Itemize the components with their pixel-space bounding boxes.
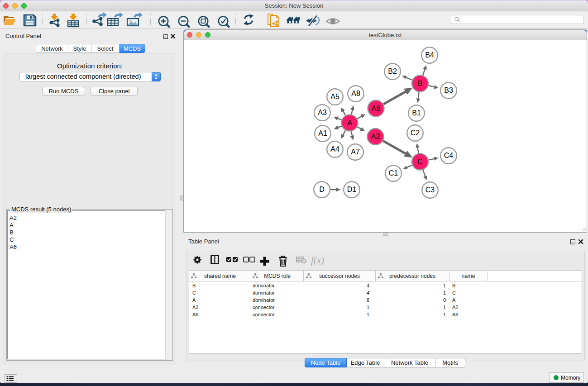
svg-text:C2: C2 <box>411 129 420 137</box>
svg-text:C1: C1 <box>389 169 398 177</box>
svg-text:D: D <box>319 186 325 193</box>
svg-text:B: B <box>418 80 423 87</box>
svg-text:f(x): f(x) <box>311 255 324 266</box>
svg-text:A6: A6 <box>372 105 381 112</box>
svg-text:D1: D1 <box>347 186 357 193</box>
svg-text:B2: B2 <box>388 67 397 75</box>
svg-text:A2: A2 <box>371 133 380 140</box>
svg-text:A8: A8 <box>351 90 360 97</box>
svg-text:A5: A5 <box>330 93 339 100</box>
svg-text:C4: C4 <box>444 152 454 159</box>
svg-text:A: A <box>347 119 352 127</box>
svg-text:B1: B1 <box>412 109 421 117</box>
svg-text:B4: B4 <box>425 51 434 59</box>
svg-text:A1: A1 <box>318 129 327 137</box>
svg-text:A7: A7 <box>351 148 360 156</box>
svg-text:A4: A4 <box>330 145 339 153</box>
svg-text:C3: C3 <box>425 186 435 194</box>
svg-text:C: C <box>417 158 423 166</box>
svg-text:B3: B3 <box>444 86 453 94</box>
svg-text:A3: A3 <box>318 109 327 116</box>
